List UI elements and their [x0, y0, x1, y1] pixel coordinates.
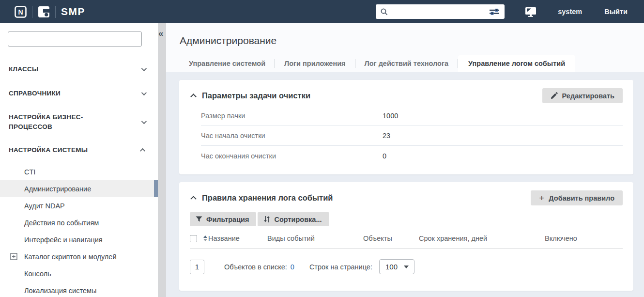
interface-monitor-icon[interactable] [525, 7, 537, 17]
filter-button[interactable]: Фильтрация [190, 212, 256, 226]
cleanup-params-list: Размер пачки 1000 Час начала очистки 23 … [201, 106, 623, 166]
pagination: 1 Объектов в списке: 0 Строк на странице… [190, 259, 623, 282]
sidebar-item-console[interactable]: Консоль [0, 265, 158, 282]
sort-arrows-icon [263, 216, 270, 223]
search-filters-icon[interactable] [488, 7, 501, 16]
main-header: Администрирование Управление системой Ло… [166, 23, 644, 72]
collapse-section-icon[interactable] [190, 94, 197, 100]
param-row: Размер пачки 1000 [201, 106, 623, 126]
sidebar-section-classes[interactable]: КЛАССЫ [0, 57, 158, 81]
sidebar-item-ndap-audit[interactable]: Аудит NDAP [0, 197, 158, 214]
logout-button[interactable]: Выйти [604, 8, 628, 16]
logo-divider [55, 6, 56, 18]
sidebar-search-input[interactable] [8, 31, 142, 47]
column-header-storage-term: Срок хранения, дней [419, 234, 545, 242]
cleanup-params-card: Параметры задачи очистки Редактировать [179, 80, 633, 174]
sidebar-item-administration[interactable]: Администрирование [0, 180, 158, 197]
page-number-button[interactable]: 1 [190, 260, 204, 274]
chevron-down-icon [141, 90, 147, 95]
tabs: Управление системой Логи приложения Лог … [180, 55, 644, 72]
rows-per-page-label: Строк на странице: [309, 263, 372, 271]
system-settings-submenu: CTI Администрирование Аудит NDAP Действи… [0, 163, 158, 297]
column-header-enabled: Включено [545, 234, 577, 242]
chevron-up-icon [140, 148, 145, 154]
add-rule-button[interactable]: + Добавить правило [531, 190, 623, 205]
tab-application-logs[interactable]: Логи приложения [275, 55, 355, 72]
chevron-down-icon [141, 66, 147, 71]
tab-technologist-actions-log[interactable]: Лог действий технолога [355, 55, 458, 72]
sidebar-item-cti[interactable]: CTI [0, 163, 158, 180]
sort-indicator-icon [203, 235, 207, 241]
pencil-icon [551, 92, 558, 99]
cleanup-card-title: Параметры задачи очистки [202, 91, 310, 100]
table-header-row: Название Виды событий Объекты Срок хране… [190, 234, 623, 249]
svg-text:N: N [18, 8, 23, 16]
param-row: Час окончания очистки 0 [201, 146, 623, 166]
chevron-down-icon [141, 118, 147, 124]
sidebar-section-business-processes[interactable]: НАСТРОЙКА БИЗНЕС-ПРОЦЕССОВ [0, 106, 158, 138]
funnel-icon [196, 216, 202, 223]
sidebar-collapse-gutter[interactable]: « [158, 23, 166, 297]
tab-system-management[interactable]: Управление системой [180, 55, 275, 72]
sidebar-item-scripts-catalog[interactable]: Каталог скриптов и модулей [0, 248, 158, 265]
page-content: Параметры задачи очистки Редактировать [166, 72, 644, 297]
rules-card-title: Правила хранения лога событий [202, 193, 333, 203]
edit-button[interactable]: Редактировать [542, 88, 623, 103]
sidebar-section-directories[interactable]: СПРАВОЧНИКИ [0, 81, 158, 106]
page-title: Администрирование [180, 35, 644, 47]
sort-button[interactable]: Сортировка... [258, 212, 329, 226]
dropdown-caret-icon [404, 266, 409, 268]
tab-event-log-management[interactable]: Управление логом событий [458, 55, 575, 72]
table-toolbar: Фильтрация Сортировка... [190, 212, 623, 226]
user-menu[interactable]: system [558, 8, 582, 16]
sidebar-item-event-actions[interactable]: Действия по событиям [0, 214, 158, 231]
sidebar-item-localization[interactable]: Локализация системы [0, 282, 158, 297]
global-search[interactable] [376, 4, 505, 19]
topbar: N SMP [0, 0, 644, 23]
param-row: Час начала очистки 23 [201, 126, 623, 146]
column-header-objects: Объекты [363, 234, 419, 242]
app-logo[interactable]: N SMP [15, 6, 85, 18]
global-search-input[interactable] [388, 5, 488, 18]
sidebar-item-interface-navigation[interactable]: Интерфейс и навигация [0, 231, 158, 248]
brand-title: SMP [61, 6, 85, 17]
search-icon [380, 8, 388, 16]
rows-per-page-select[interactable]: 100 [379, 259, 414, 274]
sidebar-nav: КЛАССЫ СПРАВОЧНИКИ НАСТРОЙКА БИЗНЕС-ПРОЦ… [0, 57, 158, 297]
naumen-block-icon [38, 6, 50, 18]
select-all-checkbox[interactable] [190, 235, 197, 242]
collapse-section-icon[interactable] [190, 196, 197, 202]
column-header-event-kinds: Виды событий [267, 234, 363, 242]
naumen-n-icon: N [15, 6, 27, 18]
objects-in-list-label: Объектов в списке: [224, 263, 287, 271]
sidebar: КЛАССЫ СПРАВОЧНИКИ НАСТРОЙКА БИЗНЕС-ПРОЦ… [0, 23, 158, 297]
storage-rules-card: Правила хранения лога событий + Добавить… [179, 182, 633, 291]
sidebar-section-system-settings[interactable]: НАСТРОЙКА СИСТЕМЫ [0, 138, 158, 162]
plus-icon: + [539, 193, 544, 203]
logo-divider [32, 6, 32, 18]
collapse-sidebar-icon[interactable]: « [158, 28, 164, 39]
column-header-name[interactable]: Название [203, 234, 267, 242]
expand-plus-icon[interactable] [10, 253, 17, 260]
objects-count-link[interactable]: 0 [291, 263, 294, 271]
